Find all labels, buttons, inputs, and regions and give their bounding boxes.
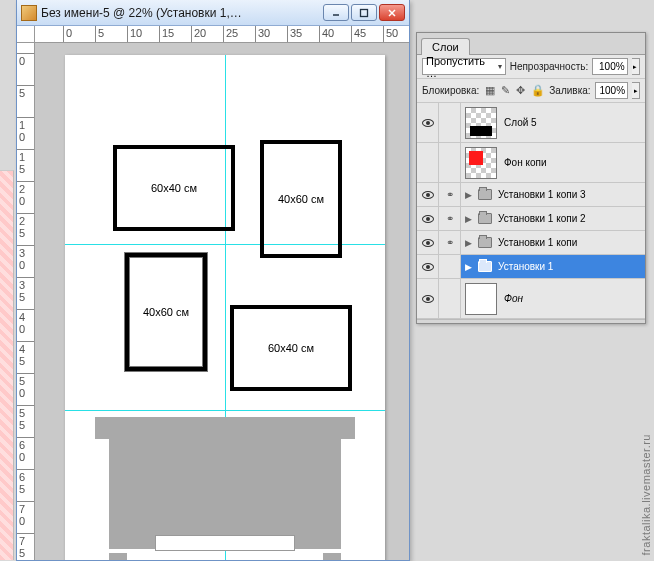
layer-name: Фон копи: [504, 157, 547, 168]
link-icon[interactable]: ⚭: [446, 189, 454, 200]
folder-icon: [478, 213, 492, 224]
frame-label: 60x40 см: [151, 182, 197, 194]
desk-body: [109, 439, 341, 549]
guide-horizontal[interactable]: [65, 410, 385, 411]
ruler-vertical[interactable]: 0 5 1 0 1 5 2 0 2 5 3 0 3 5 4 0 4 5 5 0 …: [17, 43, 35, 560]
link-col[interactable]: [439, 103, 461, 142]
fill-stepper[interactable]: ▸: [632, 82, 640, 99]
minimize-button[interactable]: [323, 4, 349, 21]
frame-60x40-top[interactable]: 60x40 см: [113, 145, 235, 231]
ruler-horizontal[interactable]: 0 5 10 15 20 25 30 35 40 45 50: [35, 26, 409, 43]
blend-mode-dropdown[interactable]: Пропустить …▾: [422, 58, 506, 75]
desk-drawer: [155, 535, 295, 551]
layer-row[interactable]: Слой 5: [417, 103, 645, 143]
frame-label: 40x60 см: [143, 306, 189, 318]
layer-name: Слой 5: [504, 117, 537, 128]
layer-name: Фон: [504, 293, 523, 304]
frame-60x40-bottomright[interactable]: 60x40 см: [230, 305, 352, 391]
fill-label: Заливка:: [549, 85, 590, 96]
background-window-strip: [0, 170, 14, 560]
layer-list: Слой 5 Фон копи ⚭ ▶ Установки 1 копи 3 ⚭…: [417, 103, 645, 319]
eye-icon[interactable]: [422, 191, 434, 199]
opacity-stepper[interactable]: ▸: [632, 58, 640, 75]
frame-label: 40x60 см: [278, 193, 324, 205]
eye-icon[interactable]: [422, 119, 434, 127]
desk-leg-right: [323, 553, 341, 560]
frame-40x60-topright[interactable]: 40x60 см: [260, 140, 342, 258]
disclosure-triangle-icon[interactable]: ▶: [463, 190, 473, 200]
lock-brush-icon[interactable]: ✎: [501, 84, 510, 97]
eye-icon[interactable]: [422, 295, 434, 303]
lock-label: Блокировка:: [422, 85, 479, 96]
page: 60x40 см 40x60 см 40x60 см 60x40 см: [65, 55, 385, 560]
opacity-input[interactable]: 100%: [592, 58, 627, 75]
layers-panel: Слои Пропустить …▾ Непрозрачность: 100% …: [416, 32, 646, 324]
desk-top: [95, 417, 355, 439]
layer-row[interactable]: ⚭ ▶ Установки 1 копи: [417, 231, 645, 255]
lock-all-icon[interactable]: 🔒: [531, 84, 545, 97]
folder-icon: [478, 237, 492, 248]
svg-rect-1: [361, 9, 368, 16]
lock-row: Блокировка: ▦ ✎ ✥ 🔒 Заливка: 100% ▸: [417, 79, 645, 103]
eye-icon[interactable]: [422, 239, 434, 247]
frame-label: 60x40 см: [268, 342, 314, 354]
layer-name: Установки 1 копи 2: [498, 213, 586, 224]
app-icon: [21, 5, 37, 21]
link-icon[interactable]: ⚭: [446, 213, 454, 224]
layer-name: Установки 1 копи 3: [498, 189, 586, 200]
folder-icon: [478, 261, 492, 272]
panel-tabs: Слои: [417, 33, 645, 55]
layer-row-selected[interactable]: ▶ Установки 1: [417, 255, 645, 279]
chevron-down-icon: ▾: [498, 62, 502, 71]
layer-name: Установки 1 копи: [498, 237, 577, 248]
layer-thumbnail[interactable]: [465, 283, 497, 315]
link-col[interactable]: [439, 279, 461, 318]
disclosure-triangle-icon[interactable]: ▶: [463, 238, 473, 248]
blend-row: Пропустить …▾ Непрозрачность: 100% ▸: [417, 55, 645, 79]
opacity-label: Непрозрачность:: [510, 61, 589, 72]
layer-row[interactable]: ⚭ ▶ Установки 1 копи 3: [417, 183, 645, 207]
folder-icon: [478, 189, 492, 200]
eye-icon[interactable]: [422, 215, 434, 223]
lock-transparency-icon[interactable]: ▦: [485, 84, 495, 97]
link-col[interactable]: [439, 255, 461, 278]
frame-40x60-bottomleft[interactable]: 40x60 см: [125, 253, 207, 371]
layer-thumbnail[interactable]: [465, 147, 497, 179]
ruler-origin[interactable]: [17, 26, 35, 43]
layer-row[interactable]: Фон копи: [417, 143, 645, 183]
close-button[interactable]: [379, 4, 405, 21]
layer-name: Установки 1: [498, 261, 553, 272]
layer-thumbnail[interactable]: [465, 107, 497, 139]
maximize-button[interactable]: [351, 4, 377, 21]
fill-input[interactable]: 100%: [595, 82, 628, 99]
panel-footer: [417, 319, 645, 323]
lock-icons: ▦ ✎ ✥ 🔒: [485, 84, 545, 97]
watermark: fraktalika.livemaster.ru: [640, 434, 652, 555]
tab-layers[interactable]: Слои: [421, 38, 470, 55]
disclosure-triangle-icon[interactable]: ▶: [463, 262, 473, 272]
layer-row[interactable]: Фон: [417, 279, 645, 319]
eye-icon[interactable]: [422, 263, 434, 271]
layer-row[interactable]: ⚭ ▶ Установки 1 копи 2: [417, 207, 645, 231]
document-window: Без имени-5 @ 22% (Установки 1,… 0 5 10 …: [16, 0, 410, 561]
link-icon[interactable]: ⚭: [446, 237, 454, 248]
desk-leg-left: [109, 553, 127, 560]
canvas[interactable]: 60x40 см 40x60 см 40x60 см 60x40 см: [35, 43, 409, 560]
disclosure-triangle-icon[interactable]: ▶: [463, 214, 473, 224]
window-title: Без имени-5 @ 22% (Установки 1,…: [41, 6, 323, 20]
lock-move-icon[interactable]: ✥: [516, 84, 525, 97]
visibility-toggle[interactable]: [417, 143, 439, 182]
titlebar[interactable]: Без имени-5 @ 22% (Установки 1,…: [17, 0, 409, 26]
link-col[interactable]: [439, 143, 461, 182]
